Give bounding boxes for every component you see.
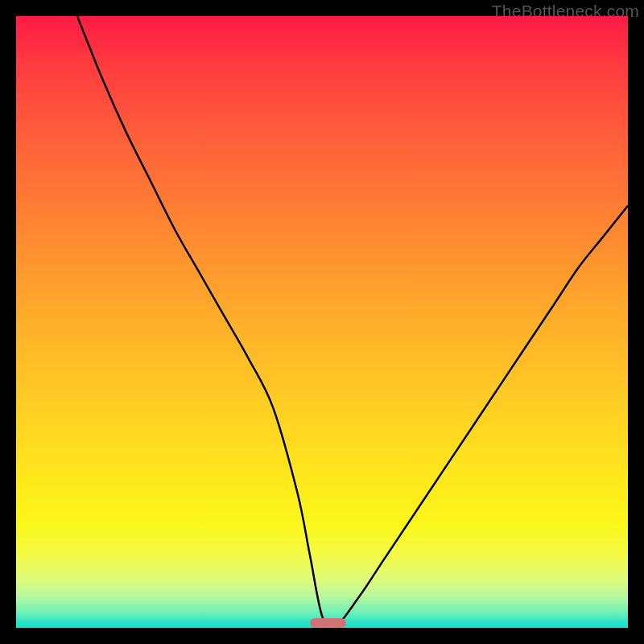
optimal-range-marker (310, 618, 347, 628)
plot-area (16, 16, 628, 628)
curve-layer (16, 16, 628, 628)
chart-frame: TheBottleneck.com (0, 0, 644, 644)
bottleneck-curve (77, 16, 628, 628)
